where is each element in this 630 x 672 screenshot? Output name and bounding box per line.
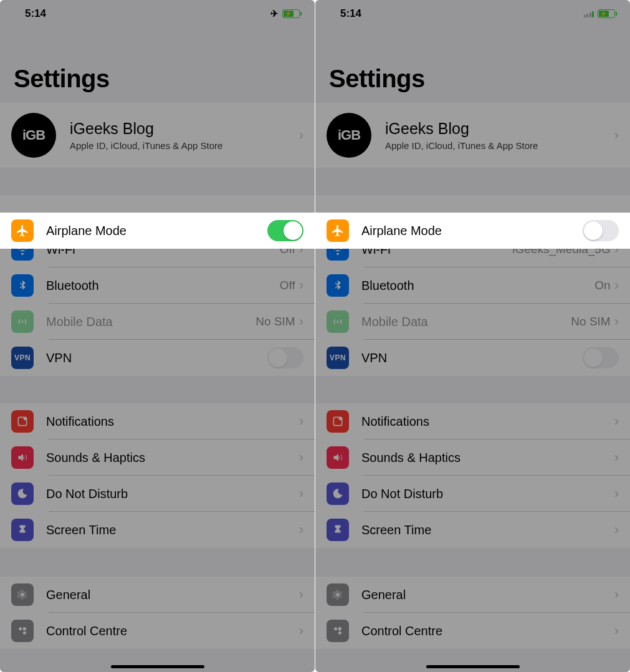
svg-point-10: [338, 631, 341, 635]
airplane-mode-label: Airplane Mode: [46, 224, 267, 238]
control-centre-label: Control Centre: [46, 624, 299, 638]
alerts-section: Notifications › Sounds & Haptics › Do No…: [0, 403, 315, 548]
svg-point-3: [19, 627, 22, 630]
page-title: Settings: [0, 27, 315, 103]
apple-id-subtitle: Apple ID, iCloud, iTunes & App Store: [385, 140, 614, 151]
cellular-icon: [11, 310, 34, 333]
phone-right: 5:14 ⚡ Settings iGB iGeeks Blog Apple ID…: [315, 0, 630, 672]
chevron-right-icon: ›: [614, 277, 619, 294]
airplane-mode-row[interactable]: Airplane Mode: [315, 213, 630, 249]
chevron-right-icon: ›: [614, 413, 619, 430]
apple-id-name: iGeeks Blog: [70, 120, 299, 138]
airplane-mode-toggle[interactable]: [583, 220, 619, 241]
general-section: General › Control Centre ›: [0, 577, 315, 649]
hourglass-icon: [11, 519, 34, 541]
chevron-right-icon: ›: [614, 127, 619, 143]
notifications-icon: [327, 410, 349, 433]
hourglass-icon: [327, 519, 349, 541]
status-bar: 5:14 ⚡: [315, 0, 630, 27]
vpn-toggle[interactable]: [583, 347, 619, 368]
svg-point-4: [23, 631, 26, 635]
home-indicator: [111, 665, 204, 668]
moon-icon: [327, 482, 349, 505]
airplane-mode-label: Airplane Mode: [361, 224, 583, 238]
screen-time-label: Screen Time: [46, 523, 299, 537]
bluetooth-label: Bluetooth: [46, 279, 280, 293]
vpn-label: VPN: [361, 351, 583, 365]
svg-point-9: [334, 627, 337, 630]
vpn-row[interactable]: VPN VPN: [315, 340, 630, 376]
chevron-right-icon: ›: [299, 277, 303, 294]
screen-time-row[interactable]: Screen Time ›: [315, 512, 630, 548]
svg-point-7: [339, 417, 342, 420]
notifications-row[interactable]: Notifications ›: [315, 403, 630, 439]
airplane-icon: ✈︎: [270, 8, 279, 19]
svg-rect-11: [338, 627, 341, 630]
chevron-right-icon: ›: [299, 449, 303, 466]
airplane-icon: [11, 219, 34, 242]
general-row[interactable]: General ›: [0, 577, 315, 613]
alerts-section: Notifications › Sounds & Haptics › Do No…: [315, 403, 630, 548]
status-bar: 5:14 ✈︎ ⚡: [0, 0, 315, 27]
notifications-label: Notifications: [46, 415, 299, 429]
svg-rect-5: [23, 627, 26, 630]
dnd-row[interactable]: Do Not Disturb ›: [0, 476, 315, 512]
dnd-row[interactable]: Do Not Disturb ›: [315, 476, 630, 512]
chevron-right-icon: ›: [299, 623, 303, 639]
apple-id-name: iGeeks Blog: [385, 120, 614, 138]
chevron-right-icon: ›: [614, 486, 619, 502]
avatar: iGB: [11, 113, 56, 158]
airplane-mode-toggle[interactable]: [267, 220, 303, 241]
sounds-row[interactable]: Sounds & Haptics ›: [315, 439, 630, 476]
bluetooth-row[interactable]: Bluetooth Off ›: [0, 267, 315, 304]
notifications-row[interactable]: Notifications ›: [0, 403, 315, 439]
screen-time-row[interactable]: Screen Time ›: [0, 512, 315, 548]
bluetooth-row[interactable]: Bluetooth On ›: [315, 267, 630, 304]
bluetooth-icon: [327, 274, 349, 297]
sounds-label: Sounds & Haptics: [361, 451, 614, 465]
cellular-icon: [327, 310, 349, 333]
bluetooth-value: On: [594, 279, 610, 292]
signal-icon: [584, 10, 594, 17]
mobile-data-label: Mobile Data: [361, 315, 571, 329]
dnd-label: Do Not Disturb: [46, 487, 299, 501]
notifications-label: Notifications: [361, 415, 614, 429]
mobile-data-row[interactable]: Mobile Data No SIM ›: [0, 304, 315, 340]
apple-id-row[interactable]: iGB iGeeks Blog Apple ID, iCloud, iTunes…: [0, 103, 315, 168]
sounds-label: Sounds & Haptics: [46, 451, 299, 465]
home-indicator: [426, 665, 520, 668]
general-row[interactable]: General ›: [315, 577, 630, 613]
mobile-data-row[interactable]: Mobile Data No SIM ›: [315, 304, 630, 340]
sounds-row[interactable]: Sounds & Haptics ›: [0, 439, 315, 476]
mobile-data-value: No SIM: [571, 315, 610, 329]
apple-id-section: iGB iGeeks Blog Apple ID, iCloud, iTunes…: [0, 103, 315, 168]
bluetooth-label: Bluetooth: [361, 279, 594, 293]
chevron-right-icon: ›: [299, 413, 303, 430]
vpn-row[interactable]: VPN VPN: [0, 340, 315, 376]
chevron-right-icon: ›: [299, 522, 303, 538]
control-centre-row[interactable]: Control Centre ›: [315, 613, 630, 649]
control-centre-label: Control Centre: [361, 624, 614, 638]
phone-left: 5:14 ✈︎ ⚡ Settings iGB iGeeks Blog Apple…: [0, 0, 315, 672]
airplane-mode-row[interactable]: Airplane Mode: [0, 213, 315, 249]
apple-id-row[interactable]: iGB iGeeks Blog Apple ID, iCloud, iTunes…: [315, 103, 630, 168]
vpn-toggle[interactable]: [267, 347, 303, 368]
chevron-right-icon: ›: [299, 486, 303, 502]
chevron-right-icon: ›: [614, 449, 619, 466]
control-centre-icon: [11, 620, 34, 642]
notifications-icon: [11, 410, 34, 433]
page-title: Settings: [315, 27, 630, 103]
gear-icon: [327, 583, 349, 606]
general-label: General: [46, 588, 299, 602]
avatar: iGB: [327, 113, 371, 158]
chevron-right-icon: ›: [614, 314, 619, 330]
apple-id-subtitle: Apple ID, iCloud, iTunes & App Store: [70, 140, 299, 151]
bluetooth-icon: [11, 274, 34, 297]
apple-id-section: iGB iGeeks Blog Apple ID, iCloud, iTunes…: [315, 103, 630, 168]
vpn-icon: VPN: [11, 347, 34, 369]
chevron-right-icon: ›: [299, 127, 303, 143]
svg-point-1: [24, 417, 27, 420]
sounds-icon: [327, 446, 349, 469]
screen-time-label: Screen Time: [361, 523, 614, 537]
control-centre-row[interactable]: Control Centre ›: [0, 613, 315, 649]
